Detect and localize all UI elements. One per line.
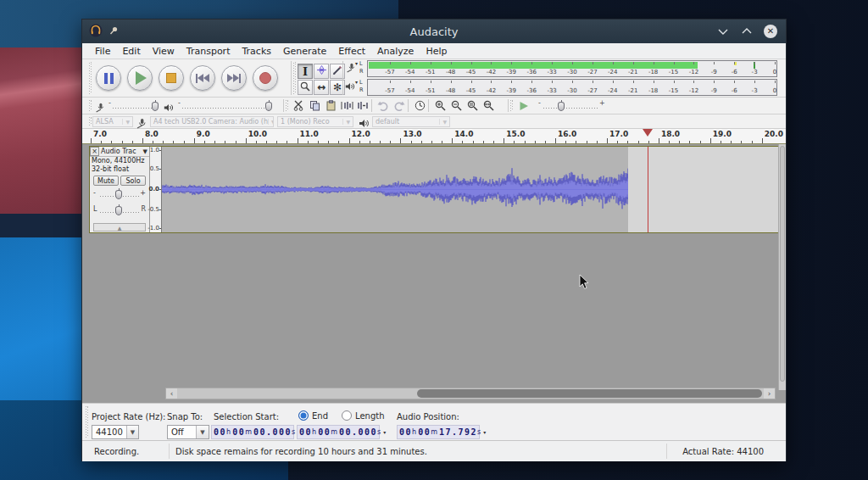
time-unit-label: s [292, 428, 295, 436]
menu-tracks[interactable]: Tracks [236, 45, 277, 58]
menu-view[interactable]: View [147, 45, 181, 58]
track-close-button[interactable]: × [90, 147, 99, 156]
pause-button[interactable] [96, 65, 121, 91]
track-menu-arrow-icon[interactable]: ▼ [143, 148, 149, 155]
horizontal-scrollbar-thumb[interactable] [417, 389, 762, 398]
playback-meter-box[interactable]: -57-54-51-48-45-42-39-36-33-30-27-24-21-… [367, 79, 777, 96]
end-radio[interactable] [298, 410, 309, 421]
recording-channels-select[interactable]: 1 (Mono) Reco▼ [277, 116, 353, 127]
selection-start-field[interactable]: 00h00m00.000s▾ [211, 425, 294, 439]
menu-file[interactable]: File [89, 45, 116, 58]
waveform-area[interactable] [162, 147, 778, 232]
audio-track[interactable]: × Audio Trac ▼ Mono, 44100Hz 32-bit floa… [89, 146, 779, 233]
menu-effect[interactable]: Effect [332, 45, 371, 58]
menu-transport[interactable]: Transport [181, 45, 236, 58]
ruler-tick [762, 138, 763, 143]
undo-button[interactable] [376, 98, 391, 114]
vertical-scrollbar[interactable] [778, 144, 786, 390]
edit-toolbar-grip[interactable] [286, 100, 289, 111]
meter-speaker-icon[interactable]: ▾ [345, 79, 367, 96]
solo-button[interactable]: Solo [120, 176, 146, 186]
menu-analyze[interactable]: Analyze [371, 45, 420, 58]
scroll-left-arrow[interactable]: ‹ [166, 388, 177, 399]
play-at-speed-button[interactable] [516, 98, 531, 114]
audio-position-field[interactable]: 00h00m17.792s▾ [397, 425, 480, 439]
selection-end-field[interactable]: 00h00m00.000s▾ [297, 425, 380, 439]
gain-slider-thumb[interactable] [115, 190, 122, 199]
close-button[interactable]: ✕ [764, 25, 777, 38]
ruler-tick [328, 141, 329, 143]
pin-icon[interactable] [108, 25, 119, 38]
input-volume-slider-track[interactable] [113, 108, 157, 109]
timeshift-tool-button[interactable]: ↔ [314, 80, 329, 95]
play-button[interactable] [127, 65, 153, 91]
separator [283, 99, 284, 112]
skip-to-end-button[interactable] [221, 65, 247, 91]
track-collapse-button[interactable]: ▲ [93, 223, 146, 232]
maximize-button[interactable] [740, 25, 754, 38]
recording-device-select[interactable]: A4 tech USB2.0 Camera: Audio (h▼ [150, 116, 274, 127]
speed-slider-thumb[interactable] [558, 102, 565, 111]
silence-button[interactable] [355, 98, 370, 114]
zoom-out-button[interactable] [448, 98, 464, 114]
redo-button[interactable] [392, 98, 407, 114]
record-button[interactable] [253, 65, 278, 91]
waveform-recorded-region[interactable] [162, 147, 628, 232]
zoom-in-button[interactable] [432, 98, 448, 114]
zoom-tool-button[interactable] [298, 80, 313, 95]
track-area[interactable]: × Audio Trac ▼ Mono, 44100Hz 32-bit floa… [82, 144, 786, 403]
menu-help[interactable]: Help [420, 45, 453, 58]
cut-button[interactable] [291, 98, 306, 114]
menu-edit[interactable]: Edit [116, 45, 146, 58]
input-volume-slider-thumb[interactable] [152, 102, 159, 111]
selection-tool-button[interactable]: I [298, 64, 313, 79]
stop-button[interactable] [159, 65, 184, 91]
output-volume-slider-track[interactable] [182, 108, 270, 109]
gain-slider[interactable]: - + [93, 187, 146, 202]
output-volume-slider-thumb[interactable] [265, 102, 272, 111]
sync-lock-button[interactable] [412, 98, 427, 114]
audio-host-select[interactable]: ALSA▼ [92, 116, 133, 127]
zoom-selection-button[interactable] [465, 98, 480, 114]
transport-toolbar-grip[interactable] [89, 62, 92, 94]
ruler-tick [318, 141, 319, 143]
scroll-right-arrow[interactable]: › [764, 388, 775, 399]
title-bar[interactable]: Audacity ✕ [82, 20, 786, 43]
trim-button[interactable] [339, 98, 354, 114]
time-digits: 17.792 [439, 427, 477, 437]
envelope-tool-button[interactable] [314, 64, 329, 79]
speed-slider-track[interactable] [543, 108, 598, 109]
paste-button[interactable] [323, 98, 338, 114]
recording-meter[interactable]: ▾LR-57-54-51-48-45-42-39-36-33-30-27-24-… [345, 60, 781, 77]
copy-button[interactable] [307, 98, 322, 114]
time-unit-label: s [377, 428, 381, 436]
ruler-tick [731, 141, 732, 143]
playback-device-select[interactable]: default▼ [372, 116, 450, 127]
horizontal-scrollbar-track[interactable] [177, 388, 764, 399]
menu-generate[interactable]: Generate [277, 45, 332, 58]
mixer-toolbar-grip[interactable] [89, 100, 92, 111]
skip-to-start-button[interactable] [190, 65, 215, 91]
recording-meter-box[interactable]: -57-54-51-48-45-42-39-36-33-30-27-24-21-… [367, 60, 777, 77]
tools-toolbar-grip[interactable] [293, 62, 297, 94]
vertical-scrollbar-thumb[interactable] [780, 146, 785, 382]
selection-toolbar-grip[interactable] [86, 406, 89, 438]
minimize-button[interactable] [716, 25, 730, 38]
transcription-toolbar-grip[interactable] [510, 100, 514, 111]
zoom-project-button[interactable] [481, 98, 496, 114]
mute-button[interactable]: Mute [93, 176, 119, 186]
playback-meter[interactable]: ▾LR-57-54-51-48-45-42-39-36-33-30-27-24-… [345, 79, 781, 96]
meter-mic-icon[interactable]: ▾ [345, 60, 367, 77]
length-radio[interactable] [342, 410, 352, 421]
waveform-empty-region[interactable] [628, 147, 778, 232]
timeline-ruler[interactable]: 7.08.09.010.011.012.013.014.015.016.017.… [82, 129, 786, 144]
length-radio-group: Length [342, 410, 385, 421]
ruler-tick [525, 141, 526, 143]
horizontal-scrollbar[interactable]: ‹ › [165, 388, 776, 399]
project-rate-select[interactable]: 44100 ▼ [92, 425, 139, 439]
pan-slider[interactable]: L R [93, 203, 146, 218]
pan-slider-thumb[interactable] [115, 206, 122, 215]
snap-to-select[interactable]: Off ▼ [167, 425, 209, 439]
meter-tick [734, 81, 735, 83]
track-name[interactable]: Audio Trac [99, 148, 143, 155]
